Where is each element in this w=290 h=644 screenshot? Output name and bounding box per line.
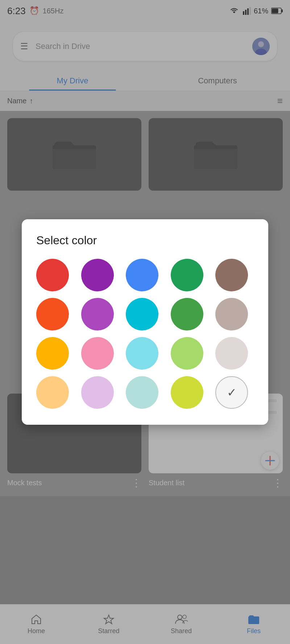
color-option-peach[interactable] [36, 376, 69, 409]
checkmark-icon: ✓ [227, 386, 237, 399]
color-option-red[interactable] [36, 259, 69, 291]
color-grid: ✓ [36, 259, 254, 409]
color-option-sage[interactable] [171, 298, 203, 331]
color-option-brown[interactable] [215, 259, 248, 291]
modal-title: Select color [36, 234, 254, 247]
color-option-lightgreen[interactable] [171, 337, 203, 370]
color-option-none[interactable]: ✓ [215, 376, 248, 409]
color-option-mint[interactable] [126, 376, 158, 409]
modal-overlay[interactable]: Select color ✓ [0, 0, 290, 644]
color-option-green[interactable] [171, 259, 203, 291]
color-option-pink[interactable] [81, 337, 114, 370]
color-option-lavender[interactable] [81, 298, 114, 331]
color-option-blue[interactable] [126, 259, 158, 291]
color-option-orange[interactable] [36, 298, 69, 331]
color-option-lightgray[interactable] [215, 337, 248, 370]
color-option-lightblue[interactable] [126, 337, 158, 370]
color-option-teal[interactable] [126, 298, 158, 331]
color-picker-modal: Select color ✓ [22, 219, 268, 425]
color-option-amber[interactable] [36, 337, 69, 370]
color-option-lime[interactable] [171, 376, 203, 409]
color-option-tan[interactable] [215, 298, 248, 331]
color-option-purple[interactable] [81, 259, 114, 291]
color-option-lilac[interactable] [81, 376, 114, 409]
